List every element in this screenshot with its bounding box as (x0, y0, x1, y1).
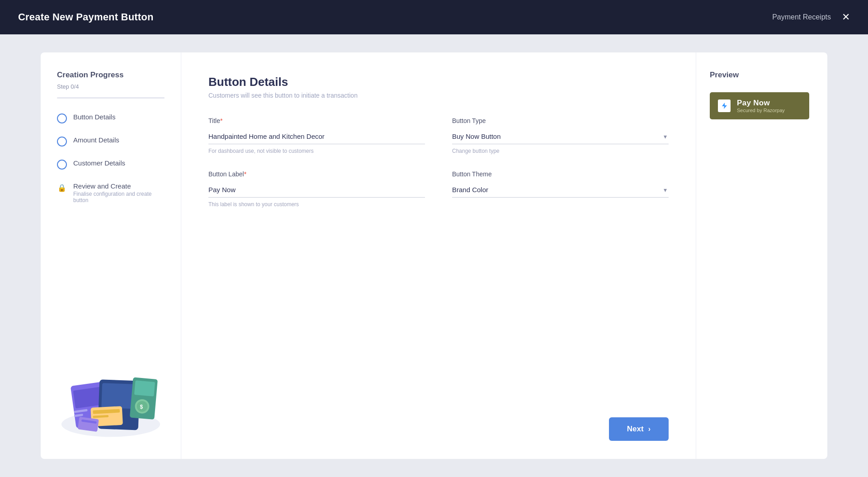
illustration-area: $ (57, 222, 165, 441)
payment-receipts-link[interactable]: Payment Receipts (772, 13, 831, 21)
button-type-label: Button Type (452, 117, 669, 124)
title-input[interactable] (208, 129, 425, 144)
close-button[interactable]: ✕ (842, 12, 850, 22)
button-label-input[interactable] (208, 182, 425, 198)
step-circle-2 (57, 137, 67, 146)
step-text-3: Customer Details (73, 159, 125, 167)
pay-button-preview[interactable]: Pay Now Secured by Razorpay (710, 92, 809, 119)
illustration: $ (57, 341, 165, 441)
step-item-button-details[interactable]: Button Details (57, 113, 165, 123)
required-star-label: * (244, 170, 246, 178)
step-label: Step 0/4 (57, 83, 165, 90)
step-text-4: Review and Create Finalise configuration… (73, 182, 165, 203)
required-star-title: * (220, 117, 222, 124)
form-section-subtitle: Customers will see this button to initia… (208, 92, 669, 99)
preview-panel: Preview Pay Now Secured by Razorpay (696, 52, 827, 459)
progress-bar (57, 97, 165, 99)
button-label-label: Button Label* (208, 170, 425, 178)
button-label-group: Button Label* This label is shown to you… (208, 170, 425, 208)
form-row-1: Title* For dashboard use, not visible to… (208, 117, 669, 154)
title-group: Title* For dashboard use, not visible to… (208, 117, 425, 154)
button-theme-select[interactable]: Brand Color Custom Color (452, 182, 669, 198)
form-row-2: Button Label* This label is shown to you… (208, 170, 669, 208)
title-label: Title* (208, 117, 425, 124)
svg-rect-10 (134, 380, 155, 396)
steps-list: Button Details Amount Details Customer D… (57, 113, 165, 203)
form-section-title: Button Details (208, 75, 669, 89)
step-text-1: Button Details (73, 113, 115, 121)
button-label-helper: This label is shown to your customers (208, 201, 425, 208)
form-footer: Next › (208, 406, 669, 441)
step-item-amount-details[interactable]: Amount Details (57, 136, 165, 146)
svg-text:$: $ (140, 404, 143, 410)
pay-button-label: Pay Now (737, 99, 785, 108)
creation-progress-title: Creation Progress (57, 71, 165, 80)
step-circle-3 (57, 160, 67, 170)
button-type-helper: Change button type (452, 148, 669, 154)
title-helper: For dashboard use, not visible to custom… (208, 148, 425, 154)
button-type-group: Button Type Buy Now Button Donation Butt… (452, 117, 669, 154)
step-item-customer-details[interactable]: Customer Details (57, 159, 165, 170)
button-theme-select-wrap: Brand Color Custom Color ▾ (452, 182, 669, 198)
step-item-review-create[interactable]: 🔒 Review and Create Finalise configurati… (57, 182, 165, 203)
main-form: Button Details Customers will see this b… (181, 52, 696, 459)
button-type-select[interactable]: Buy Now Button Donation Button Subscript… (452, 129, 669, 144)
pay-button-sub: Secured by Razorpay (737, 108, 785, 113)
button-type-select-wrap: Buy Now Button Donation Button Subscript… (452, 129, 669, 144)
button-theme-label: Button Theme (452, 170, 669, 178)
sidebar: Creation Progress Step 0/4 Button Detail… (41, 52, 181, 459)
page-title: Create New Payment Button (18, 11, 154, 23)
pay-button-text: Pay Now Secured by Razorpay (737, 99, 785, 113)
header-right: Payment Receipts ✕ (772, 12, 850, 22)
next-button[interactable]: Next › (609, 417, 669, 441)
step-circle-1 (57, 113, 67, 123)
app-header: Create New Payment Button Payment Receip… (0, 0, 868, 34)
razorpay-logo (718, 99, 731, 112)
preview-title: Preview (710, 71, 814, 80)
chevron-right-icon: › (648, 425, 651, 433)
step-text-2: Amount Details (73, 136, 119, 144)
button-theme-group: Button Theme Brand Color Custom Color ▾ (452, 170, 669, 208)
main-container: Creation Progress Step 0/4 Button Detail… (0, 34, 868, 477)
lock-icon: 🔒 (57, 183, 67, 193)
